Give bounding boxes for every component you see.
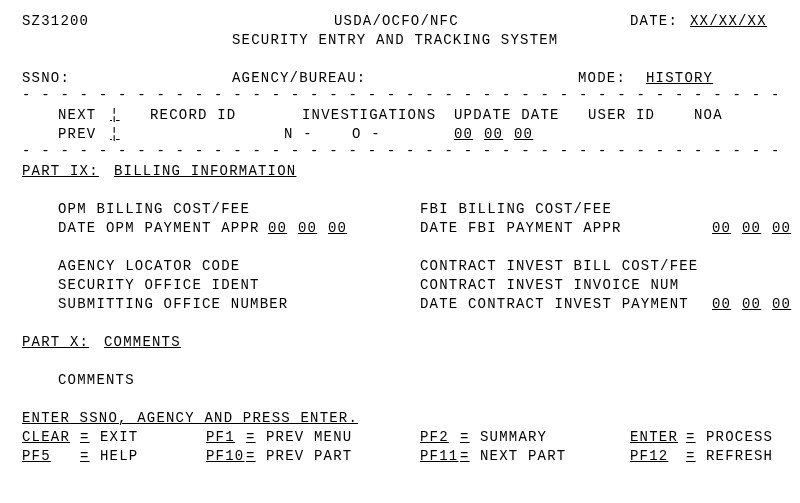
clear-desc: EXIT xyxy=(100,428,138,447)
pf2-desc: SUMMARY xyxy=(480,428,547,447)
contract-fee-label: CONTRACT INVEST BILL COST/FEE xyxy=(420,257,698,276)
ssno-label: SSNO: xyxy=(22,69,70,88)
comments-label: COMMENTS xyxy=(58,371,135,390)
eq: = xyxy=(686,428,696,447)
contract-inv-label: CONTRACT INVEST INVOICE NUM xyxy=(420,276,679,295)
opm-dd[interactable]: 00 xyxy=(298,219,317,238)
part-ix: IX: xyxy=(70,163,99,179)
ci-dd[interactable]: 00 xyxy=(742,295,761,314)
contract-date-label: DATE CONTRACT INVEST PAYMENT xyxy=(420,295,689,314)
sec-office-label: SECURITY OFFICE IDENT xyxy=(58,276,260,295)
eq: = xyxy=(460,447,470,466)
opm-fee-label: OPM BILLING COST/FEE xyxy=(58,200,250,219)
agency-label: AGENCY/BUREAU: xyxy=(232,69,366,88)
user-id-label: USER ID xyxy=(588,106,655,125)
pf10-key[interactable]: PF10 xyxy=(206,447,244,466)
pf1-desc: PREV MENU xyxy=(266,428,352,447)
opm-date-label: DATE OPM PAYMENT APPR xyxy=(58,219,260,238)
update-date-label: UPDATE DATE xyxy=(454,106,560,125)
pf11-desc: NEXT PART xyxy=(480,447,566,466)
upd-dd[interactable]: 00 xyxy=(484,125,503,144)
part9-title: BILLING INFORMATION xyxy=(114,162,296,181)
ci-yy[interactable]: 00 xyxy=(772,295,791,314)
pf12-desc: REFRESH xyxy=(706,447,773,466)
terminal-screen: SZ31200 USDA/OCFO/NFC DATE: XX/XX/XX SEC… xyxy=(0,0,800,503)
part10-header: PART X: xyxy=(22,333,89,352)
mode-value: HISTORY xyxy=(646,69,713,88)
divider xyxy=(22,146,782,158)
eq: = xyxy=(246,447,256,466)
fbi-mm[interactable]: 00 xyxy=(712,219,731,238)
submit-office-label: SUBMITTING OFFICE NUMBER xyxy=(58,295,288,314)
pf2-key[interactable]: PF2 xyxy=(420,428,449,447)
next-value[interactable]: ¦ xyxy=(110,106,120,125)
inv-o: O - xyxy=(352,125,381,144)
part-label: PART xyxy=(22,163,70,179)
noa-label: NOA xyxy=(694,106,723,125)
screen-id: SZ31200 xyxy=(22,12,89,31)
fbi-yy[interactable]: 00 xyxy=(772,219,791,238)
eq: = xyxy=(686,447,696,466)
part-label: PART xyxy=(22,334,70,350)
inv-n: N - xyxy=(284,125,313,144)
upd-yy[interactable]: 00 xyxy=(514,125,533,144)
pf10-desc: PREV PART xyxy=(266,447,352,466)
mode-label: MODE: xyxy=(578,69,626,88)
enter-key[interactable]: ENTER xyxy=(630,428,678,447)
opm-mm[interactable]: 00 xyxy=(268,219,287,238)
part9-header: PART IX: xyxy=(22,162,99,181)
part10-title: COMMENTS xyxy=(104,333,181,352)
pf5-desc: HELP xyxy=(100,447,138,466)
eq: = xyxy=(246,428,256,447)
pf12-key[interactable]: PF12 xyxy=(630,447,668,466)
prev-value[interactable]: ¦ xyxy=(110,125,120,144)
pf5-key[interactable]: PF5 xyxy=(22,447,51,466)
eq: = xyxy=(460,428,470,447)
fbi-fee-label: FBI BILLING COST/FEE xyxy=(420,200,612,219)
date-value: XX/XX/XX xyxy=(690,12,767,31)
divider xyxy=(22,90,782,102)
opm-yy[interactable]: 00 xyxy=(328,219,347,238)
fbi-date-label: DATE FBI PAYMENT APPR xyxy=(420,219,622,238)
fbi-dd[interactable]: 00 xyxy=(742,219,761,238)
record-id-label: RECORD ID xyxy=(150,106,236,125)
part-x: X: xyxy=(70,334,89,350)
agency-loc-label: AGENCY LOCATOR CODE xyxy=(58,257,240,276)
eq: = xyxy=(80,428,90,447)
pf1-key[interactable]: PF1 xyxy=(206,428,235,447)
eq: = xyxy=(80,447,90,466)
upd-mm[interactable]: 00 xyxy=(454,125,473,144)
enter-desc: PROCESS xyxy=(706,428,773,447)
prev-label: PREV xyxy=(58,125,96,144)
clear-key[interactable]: CLEAR xyxy=(22,428,70,447)
ci-mm[interactable]: 00 xyxy=(712,295,731,314)
org-title: USDA/OCFO/NFC xyxy=(334,12,459,31)
date-label: DATE: xyxy=(630,12,678,31)
next-label: NEXT xyxy=(58,106,96,125)
pf11-key[interactable]: PF11 xyxy=(420,447,458,466)
investigations-label: INVESTIGATIONS xyxy=(302,106,436,125)
footer-instruction: ENTER SSNO, AGENCY AND PRESS ENTER. xyxy=(22,409,358,428)
system-title: SECURITY ENTRY AND TRACKING SYSTEM xyxy=(232,31,558,50)
